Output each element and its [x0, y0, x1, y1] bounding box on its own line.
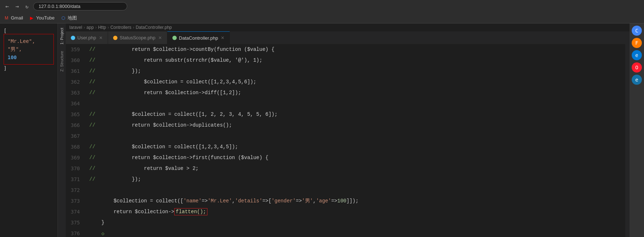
bookmark-gmail[interactable]: M Gmail: [4, 15, 23, 21]
code-content[interactable]: // return $collection->countBy(function …: [86, 44, 625, 237]
breadcrumb-file: DataController.php: [136, 25, 172, 30]
refresh-button[interactable]: ↻: [23, 3, 30, 10]
breadcrumb-app: app: [86, 25, 94, 30]
preview-age: 100: [8, 54, 17, 60]
ln-362: 362: [66, 76, 83, 87]
ln-361: 361: [66, 66, 83, 76]
maps-icon: ⬡: [60, 15, 66, 21]
tab-data[interactable]: DataController.php ✕: [167, 31, 230, 44]
code-line-372: [86, 185, 625, 196]
editor-section: laravel › app › Http › Controllers › Dat…: [66, 23, 630, 237]
ie-extension-icon[interactable]: e: [632, 75, 642, 85]
ln-368: ◇368: [66, 141, 83, 152]
ln-372: 372: [66, 185, 83, 196]
preview-line-3: 100: [8, 53, 50, 61]
flatten-highlight: flatten();: [174, 208, 207, 215]
ln-376: ◇376: [66, 228, 83, 237]
ln-365: 365: [66, 109, 83, 120]
code-line-373: $collection = collect(['name'=>'Mr.Lee',…: [86, 196, 625, 206]
forward-button[interactable]: →: [14, 2, 21, 10]
opera-extension-icon[interactable]: O: [632, 62, 642, 73]
side-tabs: 1: Project Z: Structure: [58, 23, 66, 237]
firefox-extension-icon[interactable]: F: [632, 38, 642, 48]
bookmark-maps[interactable]: ⬡ 地图: [60, 15, 77, 21]
tab-user[interactable]: User.php ✕: [66, 31, 108, 44]
tab-icon-status: [113, 36, 117, 40]
ln-359: 359: [66, 44, 83, 55]
breadcrumb-laravel: laravel: [69, 25, 82, 30]
bookmark-youtube-label: YouTube: [36, 15, 55, 21]
code-line-363: // return $collection->diff([1,2]);: [86, 87, 625, 98]
tab-icon-data: [172, 36, 177, 40]
code-line-362: // $collection = collect([1,2,3,4,5,6]);: [86, 76, 625, 87]
tab-close-user[interactable]: ✕: [99, 35, 103, 40]
gmail-icon: M: [4, 15, 9, 21]
tab-label-user: User.php: [77, 35, 96, 40]
code-line-366: // return $collection->duplicates();: [86, 120, 625, 131]
ln-374: 374: [66, 206, 83, 217]
bookmark-youtube[interactable]: ▶ YouTube: [29, 15, 55, 21]
youtube-icon: ▶: [29, 15, 35, 21]
code-line-367: [86, 131, 625, 141]
ln-375: 375: [66, 217, 83, 228]
code-line-369: // return $collection->first(function ($…: [86, 152, 625, 163]
bookmark-maps-label: 地图: [68, 15, 77, 21]
chrome-extension-icon[interactable]: C: [632, 26, 642, 36]
preview-panel: [ "Mr.Lee", "男", 100 ]: [0, 23, 58, 237]
line-numbers: 359 360 361 362 ◇363 364 365 366 367 ◇36…: [66, 44, 86, 237]
preview-close-bracket: ]: [4, 65, 7, 71]
code-line-376: ◇: [86, 228, 625, 237]
code-line-361: // });: [86, 66, 625, 76]
preview-open-bracket: [: [4, 28, 7, 34]
code-line-364: [86, 98, 625, 109]
code-line-368: // $collection = collect([1,2,3,4,5]);: [86, 141, 625, 152]
breadcrumb: laravel › app › Http › Controllers › Dat…: [66, 23, 630, 31]
bookmark-gmail-label: Gmail: [11, 15, 23, 21]
breadcrumb-http: Http: [98, 25, 106, 30]
code-line-371: // });: [86, 174, 625, 185]
right-extensions-panel: C F e O e: [630, 23, 644, 237]
code-line-374: return $collection->flatten();: [86, 206, 625, 217]
ln-366: 366: [66, 120, 83, 131]
ln-369: 369: [66, 152, 83, 163]
code-line-359: // return $collection->countBy(function …: [86, 44, 625, 55]
ln-373: 373: [66, 196, 83, 206]
preview-line-1: "Mr.Lee",: [8, 37, 50, 45]
back-button[interactable]: ←: [4, 2, 11, 10]
editor-tabs: User.php ✕ StatusScope.php ✕ DataControl…: [66, 31, 630, 44]
preview-name: "Mr.Lee",: [8, 38, 35, 44]
ln-364: 364: [66, 98, 83, 109]
code-line-360: // return substr(strrchr($value, '@'), 1…: [86, 55, 625, 66]
edge-extension-icon[interactable]: e: [632, 50, 642, 60]
tab-icon-user: [71, 36, 75, 40]
sidebar-item-project[interactable]: 1: Project: [59, 25, 65, 47]
code-editor[interactable]: 359 360 361 362 ◇363 364 365 366 367 ◇36…: [66, 44, 630, 237]
ln-370: 370: [66, 163, 83, 174]
preview-gender: "男",: [8, 46, 22, 52]
tab-status[interactable]: StatusScope.php ✕: [108, 31, 167, 44]
ln-371: ◇371: [66, 174, 83, 185]
code-line-370: // return $value > 2;: [86, 163, 625, 174]
ide-container: [ "Mr.Lee", "男", 100 ] 1: Project Z: Str…: [0, 23, 644, 237]
preview-line-2: "男",: [8, 45, 50, 53]
tab-close-status[interactable]: ✕: [158, 35, 162, 40]
code-line-365: // $collection = collect([1, 2, 2, 3, 4,…: [86, 109, 625, 120]
code-line-375: }: [86, 217, 625, 228]
tab-close-data[interactable]: ✕: [221, 35, 224, 40]
tab-label-data: DataController.php: [179, 35, 218, 41]
bookmarks-bar: M Gmail ▶ YouTube ⬡ 地图: [0, 13, 644, 23]
tab-label-status: StatusScope.php: [120, 35, 155, 40]
scrollbar[interactable]: [625, 44, 630, 237]
preview-content: "Mr.Lee", "男", 100: [4, 34, 54, 65]
ln-367: 367: [66, 131, 83, 141]
ln-363: ◇363: [66, 87, 83, 98]
address-bar[interactable]: 127.0.0.1:8000/data: [33, 2, 127, 10]
breadcrumb-controllers: Controllers: [110, 25, 131, 30]
ln-360: 360: [66, 55, 83, 66]
browser-chrome: ← → ↻ 127.0.0.1:8000/data: [0, 0, 644, 13]
sidebar-item-structure[interactable]: Z: Structure: [59, 48, 65, 74]
